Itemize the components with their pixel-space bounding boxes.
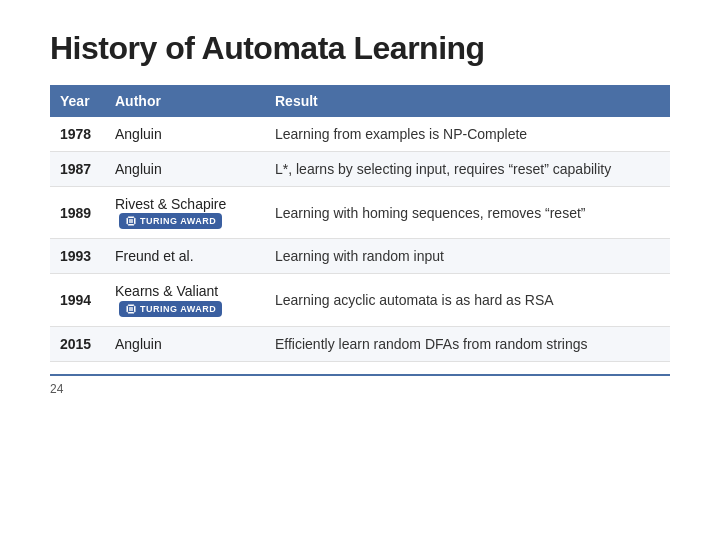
table-header-row: Year Author Result (50, 85, 670, 117)
cell-author: Kearns & Valiant TURING AWARD (105, 274, 265, 326)
col-author: Author (105, 85, 265, 117)
turing-icon (125, 215, 137, 227)
svg-rect-15 (129, 307, 133, 311)
cell-author: Freund et al. (105, 239, 265, 274)
cell-author: Rivest & Schapire TURING AWARD (105, 187, 265, 239)
turing-award-badge: TURING AWARD (119, 301, 222, 317)
cell-result: Learning with homing sequences, removes … (265, 187, 670, 239)
cell-year: 1989 (50, 187, 105, 239)
cell-result: L*, learns by selecting input, requires … (265, 152, 670, 187)
cell-year: 1978 (50, 117, 105, 152)
cell-year: 1993 (50, 239, 105, 274)
cell-year: 1987 (50, 152, 105, 187)
svg-rect-1 (129, 219, 133, 223)
cell-result: Learning from examples is NP-Complete (265, 117, 670, 152)
cell-result: Efficiently learn random DFAs from rando… (265, 326, 670, 361)
turing-icon (125, 303, 137, 315)
table-row: 1987AngluinL*, learns by selecting input… (50, 152, 670, 187)
footer: 24 (50, 374, 670, 396)
history-table: Year Author Result 1978AngluinLearning f… (50, 85, 670, 362)
col-year: Year (50, 85, 105, 117)
table-row: 1994Kearns & Valiant TURING AWARDLearnin… (50, 274, 670, 326)
cell-year: 1994 (50, 274, 105, 326)
page-title: History of Automata Learning (50, 30, 670, 67)
cell-author: Angluin (105, 152, 265, 187)
table-row: 1978AngluinLearning from examples is NP-… (50, 117, 670, 152)
turing-award-badge: TURING AWARD (119, 213, 222, 229)
page-number: 24 (50, 382, 63, 396)
cell-result: Learning with random input (265, 239, 670, 274)
cell-result: Learning acyclic automata is as hard as … (265, 274, 670, 326)
cell-author: Angluin (105, 117, 265, 152)
table-row: 1989Rivest & Schapire TURING AWARDLearni… (50, 187, 670, 239)
cell-author: Angluin (105, 326, 265, 361)
page: History of Automata Learning Year Author… (0, 0, 720, 540)
cell-year: 2015 (50, 326, 105, 361)
table-row: 2015AngluinEfficiently learn random DFAs… (50, 326, 670, 361)
table-row: 1993Freund et al.Learning with random in… (50, 239, 670, 274)
col-result: Result (265, 85, 670, 117)
